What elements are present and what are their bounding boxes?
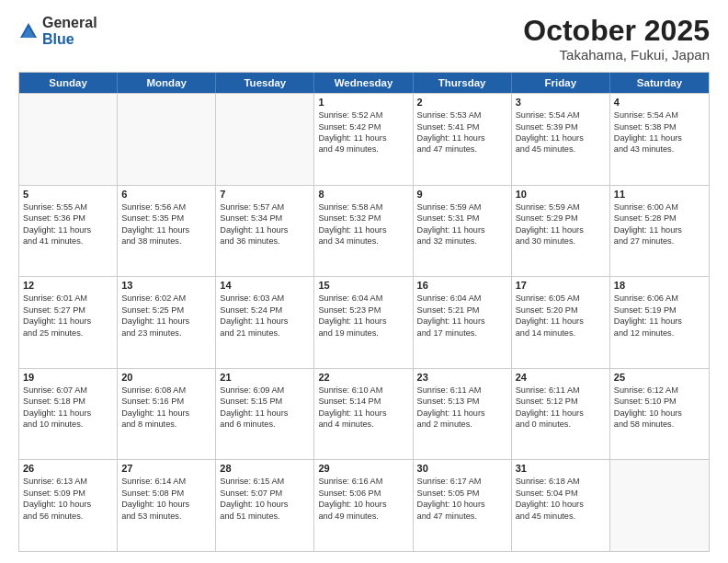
cell-info-line: Sunrise: 5:58 AM — [318, 201, 408, 213]
calendar-row-4: 19Sunrise: 6:07 AMSunset: 5:18 PMDayligh… — [19, 368, 709, 460]
calendar-cell-day-15: 15Sunrise: 6:04 AMSunset: 5:23 PMDayligh… — [314, 277, 413, 368]
cell-info-line: and 49 minutes. — [318, 144, 408, 155]
cell-info-line: Daylight: 11 hours — [318, 132, 408, 144]
calendar-row-5: 26Sunrise: 6:13 AMSunset: 5:09 PMDayligh… — [19, 459, 709, 551]
day-number: 13 — [121, 280, 211, 291]
calendar-cell-day-27: 27Sunrise: 6:14 AMSunset: 5:08 PMDayligh… — [118, 460, 216, 551]
day-number: 30 — [417, 463, 507, 474]
cell-info-line: Sunset: 5:19 PM — [614, 304, 705, 316]
cell-info-line: Sunset: 5:29 PM — [516, 213, 606, 224]
cell-info-line: and 45 minutes. — [516, 511, 606, 522]
calendar-cell-day-13: 13Sunrise: 6:02 AMSunset: 5:25 PMDayligh… — [118, 277, 216, 368]
day-number: 12 — [23, 280, 113, 291]
cell-info-line: and 58 minutes. — [614, 419, 705, 430]
cell-info-line: Sunset: 5:35 PM — [121, 213, 211, 224]
calendar-row-2: 5Sunrise: 5:55 AMSunset: 5:36 PMDaylight… — [19, 185, 709, 277]
calendar-cell-day-25: 25Sunrise: 6:12 AMSunset: 5:10 PMDayligh… — [610, 369, 709, 460]
cell-info-line: Sunset: 5:42 PM — [318, 121, 408, 132]
logo-blue-text: Blue — [42, 31, 74, 47]
weekday-header-sunday: Sunday — [19, 73, 118, 93]
calendar-page: General Blue October 2025 Takahama, Fuku… — [0, 0, 728, 563]
title-block: October 2025 Takahama, Fukui, Japan — [523, 15, 710, 63]
cell-info-line: Sunset: 5:20 PM — [516, 304, 606, 316]
cell-info-line: Daylight: 11 hours — [23, 224, 113, 236]
calendar-cell-day-10: 10Sunrise: 5:59 AMSunset: 5:29 PMDayligh… — [512, 186, 610, 277]
cell-info-line: Daylight: 11 hours — [23, 408, 113, 419]
cell-info-line: Sunrise: 6:17 AM — [417, 476, 507, 487]
cell-info-line: and 6 minutes. — [220, 419, 310, 430]
cell-info-line: Sunset: 5:16 PM — [121, 396, 211, 407]
calendar-cell-day-12: 12Sunrise: 6:01 AMSunset: 5:27 PMDayligh… — [19, 277, 118, 368]
cell-info-line: Sunrise: 6:02 AM — [121, 293, 211, 304]
cell-info-line: Daylight: 10 hours — [318, 499, 408, 510]
day-number: 8 — [318, 189, 408, 200]
cell-info-line: Sunset: 5:15 PM — [220, 396, 310, 407]
cell-info-line: and 36 minutes. — [220, 236, 310, 247]
cell-info-line: Daylight: 11 hours — [614, 224, 705, 236]
cell-info-line: Daylight: 11 hours — [516, 132, 606, 144]
cell-info-line: Sunset: 5:14 PM — [318, 396, 408, 407]
cell-info-line: Sunrise: 6:08 AM — [121, 385, 211, 396]
calendar: SundayMondayTuesdayWednesdayThursdayFrid… — [18, 72, 710, 552]
calendar-cell-day-5: 5Sunrise: 5:55 AMSunset: 5:36 PMDaylight… — [19, 186, 118, 277]
cell-info-line: and 56 minutes. — [23, 511, 113, 522]
cell-info-line: Sunset: 5:34 PM — [220, 213, 310, 224]
day-number: 15 — [318, 280, 408, 291]
cell-info-line: and 47 minutes. — [417, 144, 507, 155]
location-title: Takahama, Fukui, Japan — [523, 47, 710, 63]
header: General Blue October 2025 Takahama, Fuku… — [18, 15, 710, 63]
cell-info-line: Sunset: 5:04 PM — [516, 488, 606, 499]
cell-info-line: Sunrise: 6:15 AM — [220, 476, 310, 487]
cell-info-line: Sunset: 5:08 PM — [121, 488, 211, 499]
weekday-header-thursday: Thursday — [414, 73, 512, 93]
cell-info-line: and 12 minutes. — [614, 327, 705, 339]
cell-info-line: Sunrise: 6:06 AM — [614, 293, 705, 304]
day-number: 22 — [318, 372, 408, 383]
cell-info-line: and 30 minutes. — [516, 236, 606, 247]
day-number: 23 — [417, 372, 507, 383]
calendar-cell-day-17: 17Sunrise: 6:05 AMSunset: 5:20 PMDayligh… — [512, 277, 610, 368]
logo: General Blue — [18, 15, 97, 48]
calendar-row-3: 12Sunrise: 6:01 AMSunset: 5:27 PMDayligh… — [19, 276, 709, 368]
cell-info-line: Daylight: 11 hours — [318, 224, 408, 236]
calendar-cell-day-28: 28Sunrise: 6:15 AMSunset: 5:07 PMDayligh… — [216, 460, 314, 551]
cell-info-line: and 45 minutes. — [516, 144, 606, 155]
cell-info-line: Sunset: 5:39 PM — [516, 121, 606, 132]
cell-info-line: and 21 minutes. — [220, 327, 310, 339]
cell-info-line: and 34 minutes. — [318, 236, 408, 247]
day-number: 21 — [220, 372, 310, 383]
calendar-cell-empty — [610, 460, 709, 551]
day-number: 9 — [417, 189, 507, 200]
day-number: 26 — [23, 463, 113, 474]
cell-info-line: Sunrise: 5:53 AM — [417, 109, 507, 121]
calendar-cell-day-26: 26Sunrise: 6:13 AMSunset: 5:09 PMDayligh… — [19, 460, 118, 551]
day-number: 14 — [220, 280, 310, 291]
weekday-header-saturday: Saturday — [610, 73, 709, 93]
cell-info-line: Sunrise: 6:04 AM — [318, 293, 408, 304]
day-number: 19 — [23, 372, 113, 383]
cell-info-line: and 27 minutes. — [614, 236, 705, 247]
weekday-header-tuesday: Tuesday — [216, 73, 314, 93]
cell-info-line: Sunset: 5:18 PM — [23, 396, 113, 407]
cell-info-line: Sunrise: 6:11 AM — [417, 385, 507, 396]
cell-info-line: Daylight: 11 hours — [614, 316, 705, 327]
cell-info-line: Sunset: 5:41 PM — [417, 121, 507, 132]
calendar-cell-day-18: 18Sunrise: 6:06 AMSunset: 5:19 PMDayligh… — [610, 277, 709, 368]
cell-info-line: Sunset: 5:24 PM — [220, 304, 310, 316]
day-number: 16 — [417, 280, 507, 291]
cell-info-line: Sunrise: 6:00 AM — [614, 201, 705, 213]
cell-info-line: Daylight: 11 hours — [121, 316, 211, 327]
cell-info-line: and 23 minutes. — [121, 327, 211, 339]
cell-info-line: Daylight: 11 hours — [318, 316, 408, 327]
cell-info-line: Daylight: 10 hours — [614, 408, 705, 419]
calendar-cell-day-6: 6Sunrise: 5:56 AMSunset: 5:35 PMDaylight… — [118, 186, 216, 277]
calendar-cell-empty — [216, 94, 314, 185]
cell-info-line: Daylight: 10 hours — [516, 499, 606, 510]
cell-info-line: and 25 minutes. — [23, 327, 113, 339]
cell-info-line: Daylight: 11 hours — [516, 224, 606, 236]
calendar-cell-day-8: 8Sunrise: 5:58 AMSunset: 5:32 PMDaylight… — [314, 186, 413, 277]
cell-info-line: Sunset: 5:07 PM — [220, 488, 310, 499]
cell-info-line: Daylight: 11 hours — [121, 408, 211, 419]
cell-info-line: and 4 minutes. — [318, 419, 408, 430]
cell-info-line: Sunset: 5:25 PM — [121, 304, 211, 316]
